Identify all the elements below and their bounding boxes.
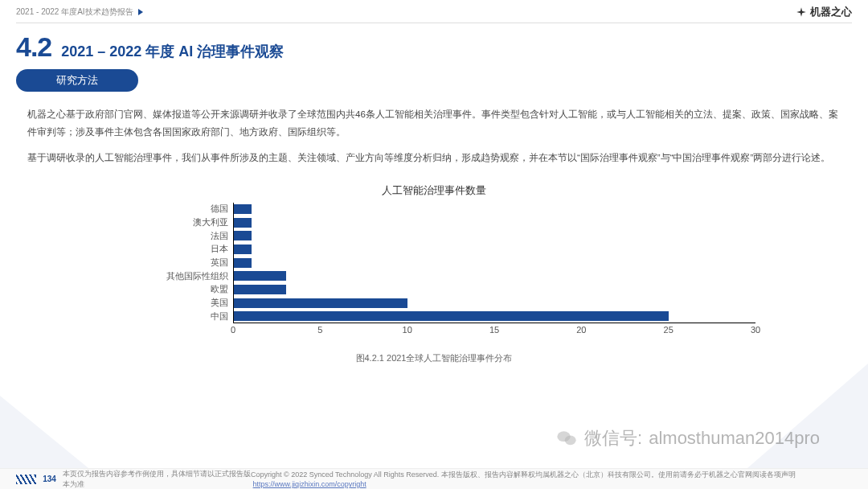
chart-y-label: 法国: [161, 229, 233, 243]
brand-logo: 机器之心: [796, 5, 852, 19]
chart-y-label: 德国: [161, 203, 233, 216]
chart-title: 人工智能治理事件数量: [48, 183, 820, 198]
footer-hatch-decor: [16, 475, 36, 484]
brand-text: 机器之心: [810, 5, 852, 19]
chart-bar: [234, 244, 252, 254]
chart-bar: [234, 218, 252, 228]
brand-icon: [796, 6, 807, 18]
chart-x-tick: 15: [489, 325, 499, 335]
svg-point-1: [565, 436, 576, 446]
page-number: 134: [43, 475, 56, 483]
chart-bar: [234, 311, 669, 321]
section-number: 4.2: [16, 31, 51, 63]
chart-bar: [234, 258, 252, 268]
chart-bar: [234, 271, 286, 281]
paragraph-2: 基于调研收录的人工智能治理事件，我们从事件所涉及的主题、关注领域、产业方向等维度…: [27, 150, 841, 167]
footer: 134 本页仅为报告内容参考作例使用，具体细节请以正式报告版本为准 Copyri…: [0, 468, 868, 489]
chart-x-tick: 5: [317, 325, 322, 335]
footer-disclaimer: 本页仅为报告内容参考作例使用，具体细节请以正式报告版本为准: [63, 469, 251, 490]
watermark-prefix: 微信号:: [584, 426, 642, 450]
chart-x-tick: 10: [403, 325, 412, 335]
chart-x-tick: 30: [751, 325, 760, 335]
decor-triangle-br: [747, 364, 868, 468]
section-title: 2021 – 2022 年度 AI 治理事件观察: [61, 42, 284, 61]
chart-y-label: 美国: [161, 296, 233, 310]
body-text: 机器之心基于政府部门官网、媒体报道等公开来源调研并收录了全球范围内共46条人工智…: [0, 103, 868, 182]
chart-bar: [234, 298, 407, 308]
chart-y-label: 澳大利亚: [161, 216, 233, 229]
breadcrumb: 2021 - 2022 年度AI技术趋势报告: [16, 6, 133, 18]
header-divider: [16, 23, 852, 23]
chart-x-tick: 20: [576, 325, 586, 335]
chart-y-label: 英国: [161, 256, 233, 269]
chart-bar: [234, 285, 286, 294]
footer-copyright: Copyright © 2022 Synced Technology All R…: [251, 471, 796, 479]
chart-bar: [234, 204, 252, 214]
chart-y-label: 日本: [161, 243, 233, 257]
decor-triangle-bl: [0, 396, 88, 468]
svg-point-0: [557, 431, 570, 442]
wechat-icon: [555, 427, 578, 450]
chart-plot-area: [233, 203, 755, 323]
chart-y-labels: 德国澳大利亚法国日本英国其他国际性组织欧盟美国中国: [161, 203, 233, 323]
footer-link[interactable]: https://www.jiqizhixin.com/copyright: [253, 480, 366, 488]
chart-y-label: 欧盟: [161, 282, 233, 296]
chart-x-ticks: 051015202530: [233, 325, 755, 339]
chart-y-label: 中国: [161, 310, 233, 323]
method-pill: 研究方法: [16, 69, 138, 92]
chart-y-label: 其他国际性组织: [161, 269, 233, 283]
chart-x-tick: 0: [231, 325, 235, 335]
chart-caption: 图4.2.1 2021全球人工智能治理事件分布: [48, 352, 820, 364]
breadcrumb-arrow-icon: [138, 9, 143, 15]
paragraph-1: 机器之心基于政府部门官网、媒体报道等公开来源调研并收录了全球范围内共46条人工智…: [27, 106, 841, 142]
chart-x-tick: 25: [664, 325, 674, 335]
chart-bar: [234, 231, 252, 240]
